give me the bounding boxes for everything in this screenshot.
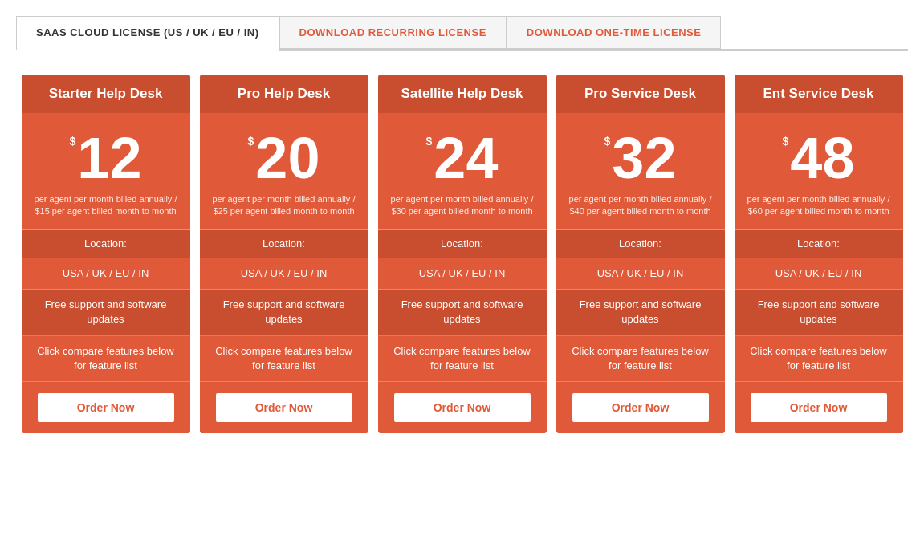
- plan-location-label-satellite-help-desk: Location:: [378, 230, 547, 258]
- plan-dollar-ent-service-desk: $: [783, 136, 789, 147]
- plan-location-value-pro-help-desk: USA / UK / EU / IN: [200, 258, 368, 290]
- plan-order-section-pro-help-desk: Order Now: [200, 382, 368, 433]
- order-button-pro-service-desk[interactable]: Order Now: [572, 393, 709, 422]
- plan-price-desc-pro-service-desk: per agent per month billed annually / $4…: [564, 193, 717, 218]
- tabs-container: SAAS CLOUD LICENSE (US / UK / EU / IN)DO…: [16, 16, 908, 51]
- plan-compare-starter-help-desk: Click compare features below for feature…: [22, 336, 190, 382]
- order-button-ent-service-desk[interactable]: Order Now: [751, 393, 887, 422]
- plan-card-satellite-help-desk: Satellite Help Desk $ 24 per agent per m…: [378, 75, 547, 433]
- plan-price-section-satellite-help-desk: $ 24 per agent per month billed annually…: [378, 113, 547, 230]
- plan-location-value-starter-help-desk: USA / UK / EU / IN: [22, 258, 190, 290]
- plan-compare-ent-service-desk: Click compare features below for feature…: [735, 336, 903, 382]
- plan-order-section-ent-service-desk: Order Now: [735, 382, 903, 433]
- plan-support-ent-service-desk: Free support and software updates: [735, 290, 903, 335]
- plan-price-desc-satellite-help-desk: per agent per month billed annually / $3…: [386, 193, 539, 218]
- plan-dollar-satellite-help-desk: $: [426, 136, 433, 147]
- plan-card-pro-service-desk: Pro Service Desk $ 32 per agent per mont…: [556, 75, 725, 433]
- plan-price-section-ent-service-desk: $ 48 per agent per month billed annually…: [735, 113, 903, 230]
- plan-info-ent-service-desk: Location: USA / UK / EU / IN Free suppor…: [735, 230, 903, 382]
- plan-compare-pro-help-desk: Click compare features below for feature…: [200, 336, 368, 382]
- plan-info-satellite-help-desk: Location: USA / UK / EU / IN Free suppor…: [378, 230, 547, 382]
- tab-recurring[interactable]: DOWNLOAD RECURRING LICENSE: [279, 16, 507, 49]
- plan-name-satellite-help-desk: Satellite Help Desk: [378, 75, 547, 113]
- plan-location-label-pro-help-desk: Location:: [200, 230, 368, 258]
- plan-info-pro-help-desk: Location: USA / UK / EU / IN Free suppor…: [200, 230, 368, 382]
- plan-location-value-ent-service-desk: USA / UK / EU / IN: [735, 258, 903, 290]
- plan-name-starter-help-desk: Starter Help Desk: [22, 75, 190, 113]
- plan-amount-starter-help-desk: 12: [77, 129, 141, 187]
- plan-support-starter-help-desk: Free support and software updates: [22, 290, 190, 335]
- plan-price-desc-starter-help-desk: per agent per month billed annually / $1…: [30, 193, 182, 218]
- plan-amount-satellite-help-desk: 24: [434, 129, 498, 187]
- plan-location-label-starter-help-desk: Location:: [22, 230, 190, 258]
- plan-price-desc-ent-service-desk: per agent per month billed annually / $6…: [743, 193, 895, 218]
- plan-price-section-pro-help-desk: $ 20 per agent per month billed annually…: [200, 113, 368, 230]
- plan-price-section-starter-help-desk: $ 12 per agent per month billed annually…: [22, 113, 190, 230]
- plan-card-pro-help-desk: Pro Help Desk $ 20 per agent per month b…: [200, 75, 368, 433]
- plan-name-pro-help-desk: Pro Help Desk: [200, 75, 368, 113]
- plan-support-pro-help-desk: Free support and software updates: [200, 290, 368, 335]
- plan-card-starter-help-desk: Starter Help Desk $ 12 per agent per mon…: [22, 75, 190, 433]
- plan-location-label-ent-service-desk: Location:: [735, 230, 903, 258]
- plan-dollar-pro-help-desk: $: [248, 136, 254, 147]
- plan-compare-pro-service-desk: Click compare features below for feature…: [556, 336, 725, 382]
- plan-amount-pro-help-desk: 20: [255, 129, 320, 187]
- plan-support-satellite-help-desk: Free support and software updates: [378, 290, 547, 335]
- plan-info-starter-help-desk: Location: USA / UK / EU / IN Free suppor…: [22, 230, 190, 382]
- plan-card-ent-service-desk: Ent Service Desk $ 48 per agent per mont…: [735, 75, 903, 433]
- plan-order-section-starter-help-desk: Order Now: [22, 382, 190, 433]
- tab-onetime[interactable]: DOWNLOAD ONE-TIME LICENSE: [507, 16, 722, 49]
- plan-price-desc-pro-help-desk: per agent per month billed annually / $2…: [208, 193, 360, 218]
- plan-amount-pro-service-desk: 32: [612, 129, 676, 187]
- plan-name-ent-service-desk: Ent Service Desk: [735, 75, 903, 113]
- plan-price-section-pro-service-desk: $ 32 per agent per month billed annually…: [556, 113, 725, 230]
- plan-support-pro-service-desk: Free support and software updates: [556, 290, 725, 335]
- plan-dollar-pro-service-desk: $: [604, 136, 611, 147]
- plan-info-pro-service-desk: Location: USA / UK / EU / IN Free suppor…: [556, 230, 725, 382]
- pricing-grid: Starter Help Desk $ 12 per agent per mon…: [16, 75, 908, 433]
- order-button-satellite-help-desk[interactable]: Order Now: [394, 393, 531, 422]
- plan-order-section-pro-service-desk: Order Now: [556, 382, 725, 433]
- tab-saas[interactable]: SAAS CLOUD LICENSE (US / UK / EU / IN): [16, 16, 279, 51]
- plan-compare-satellite-help-desk: Click compare features below for feature…: [378, 336, 547, 382]
- plan-location-value-pro-service-desk: USA / UK / EU / IN: [556, 258, 725, 290]
- order-button-starter-help-desk[interactable]: Order Now: [38, 393, 174, 422]
- plan-name-pro-service-desk: Pro Service Desk: [556, 75, 725, 113]
- plan-amount-ent-service-desk: 48: [790, 129, 854, 187]
- order-button-pro-help-desk[interactable]: Order Now: [216, 393, 352, 422]
- plan-location-value-satellite-help-desk: USA / UK / EU / IN: [378, 258, 547, 290]
- plan-location-label-pro-service-desk: Location:: [556, 230, 725, 258]
- plan-order-section-satellite-help-desk: Order Now: [378, 382, 547, 433]
- plan-dollar-starter-help-desk: $: [70, 136, 76, 147]
